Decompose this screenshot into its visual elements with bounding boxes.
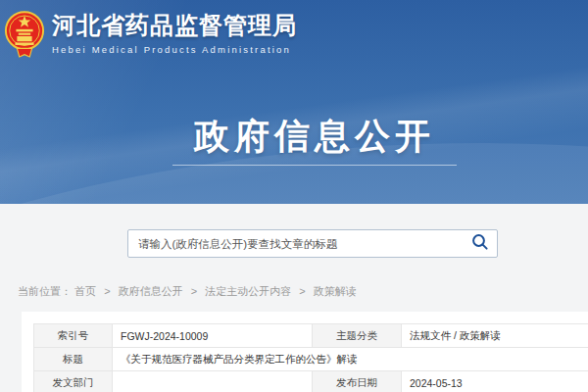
breadcrumb-separator: > bbox=[104, 285, 110, 297]
subject-category-value: 法规文件 / 政策解读 bbox=[402, 324, 588, 348]
breadcrumb-separator: > bbox=[191, 285, 197, 297]
table-row-department: 发文部门 发布日期 2024-05-13 bbox=[34, 371, 588, 392]
breadcrumb-item-policy-interpretation[interactable]: 政策解读 bbox=[314, 285, 357, 297]
table-row-title: 标题 《关于规范医疗器械产品分类界定工作的公告》解读 bbox=[34, 348, 588, 371]
subject-category-label: 主题分类 bbox=[313, 324, 402, 348]
publish-date-value: 2024-05-13 bbox=[402, 371, 588, 392]
search-button[interactable] bbox=[464, 230, 497, 257]
banner-heading: 政府信息公开 bbox=[21, 113, 588, 161]
index-number-value: FGWJ-2024-10009 bbox=[113, 324, 313, 348]
publish-date-label: 发布日期 bbox=[313, 371, 402, 392]
breadcrumb-prefix: 当前位置： bbox=[18, 285, 72, 297]
breadcrumb-item-statutory-disclosure[interactable]: 法定主动公开内容 bbox=[205, 285, 291, 297]
breadcrumb-item-home[interactable]: 首页 bbox=[74, 285, 96, 297]
search-box bbox=[127, 229, 498, 258]
search-input[interactable] bbox=[128, 238, 464, 250]
breadcrumb: 当前位置： 首页 > 政府信息公开 > 法定主动公开内容 > 政策解读 bbox=[18, 284, 357, 298]
issuing-department-label: 发文部门 bbox=[34, 371, 113, 392]
title-label: 标题 bbox=[34, 348, 113, 371]
breadcrumb-item-gov-info[interactable]: 政府信息公开 bbox=[119, 285, 183, 297]
national-emblem-icon bbox=[4, 10, 45, 67]
site-logo[interactable]: 河北省药品监督管理局 Hebei Medical Products Admini… bbox=[4, 10, 297, 67]
site-title: 河北省药品监督管理局 bbox=[52, 10, 297, 41]
title-value: 《关于规范医疗器械产品分类界定工作的公告》解读 bbox=[113, 348, 588, 371]
table-row-index: 索引号 FGWJ-2024-10009 主题分类 法规文件 / 政策解读 bbox=[34, 324, 588, 348]
breadcrumb-separator: > bbox=[299, 285, 305, 297]
issuing-department-value bbox=[113, 371, 313, 392]
search-icon bbox=[471, 233, 489, 254]
banner-underline bbox=[172, 165, 457, 166]
site-subtitle: Hebei Medical Products Administration bbox=[52, 44, 297, 55]
page-banner: 河北省药品监督管理局 Hebei Medical Products Admini… bbox=[0, 0, 588, 204]
index-number-label: 索引号 bbox=[34, 324, 113, 348]
document-meta-table: 索引号 FGWJ-2024-10009 主题分类 法规文件 / 政策解读 标题 … bbox=[33, 323, 588, 392]
document-detail-card: 索引号 FGWJ-2024-10009 主题分类 法规文件 / 政策解读 标题 … bbox=[22, 312, 588, 392]
